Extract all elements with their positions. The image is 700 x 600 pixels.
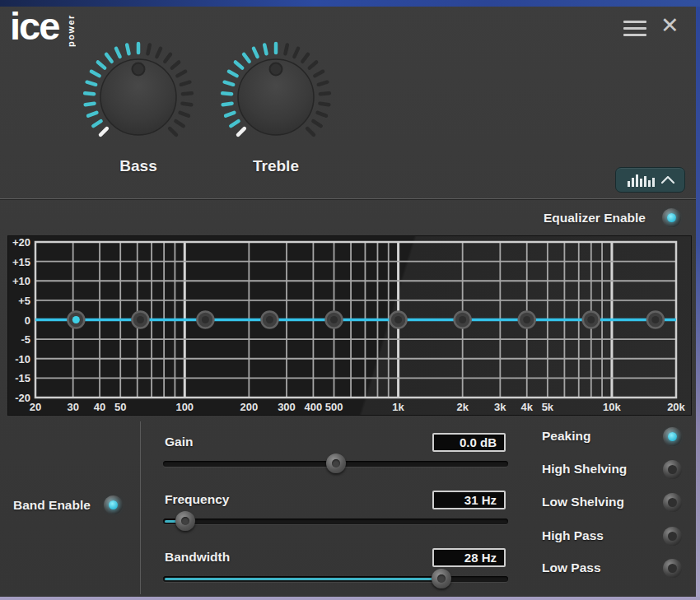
analyzer-panel-button[interactable] [615,167,685,193]
band-enable-toggle[interactable] [104,495,123,514]
eq-graph-canvas: +20+15+10+50-5-10-15-2020304050100200300… [8,236,691,418]
svg-text:500: 500 [325,401,343,413]
bass-knob-label: Bass [77,157,200,175]
svg-text:+20: +20 [12,236,30,249]
filter-high-shelving-radio[interactable] [663,460,682,479]
bandwidth-slider[interactable] [163,576,508,582]
chevron-up-icon [661,176,674,184]
equalizer-enable-label: Equalizer Enable [544,211,646,226]
svg-text:-5: -5 [21,333,30,346]
frequency-slider-thumb[interactable] [175,511,195,531]
filter-low-pass-radio[interactable] [663,559,682,578]
section-divider [140,421,141,594]
svg-text:-20: -20 [15,392,30,404]
svg-text:400: 400 [305,401,323,413]
close-icon[interactable]: ✕ [660,13,679,38]
app-window: ice power ✕ Bass Treble Equalizer Enable [0,0,700,600]
window-right-border [696,7,700,600]
svg-text:50: 50 [114,401,126,413]
gain-slider[interactable] [163,461,508,467]
band-enable-label: Band Enable [13,498,91,513]
section-divider [0,198,700,199]
svg-text:300: 300 [278,401,296,413]
svg-text:4k: 4k [520,401,533,413]
window-title-bar [0,0,700,7]
svg-text:-10: -10 [15,353,30,365]
filter-low-shelving-label: Low Shelving [542,495,624,509]
svg-text:3k: 3k [494,401,506,413]
equalizer-enable-toggle[interactable] [662,208,681,227]
frequency-label: Frequency [165,492,229,507]
svg-text:20k: 20k [667,401,685,413]
svg-text:+5: +5 [18,295,30,307]
svg-text:10k: 10k [603,401,621,413]
svg-text:+10: +10 [12,275,30,287]
svg-text:100: 100 [175,401,194,413]
frequency-slider[interactable] [163,519,508,524]
filter-peaking-radio[interactable] [663,427,682,446]
bandwidth-label: Bandwidth [165,550,230,565]
ice-power-logo-sub: power [66,11,76,47]
svg-text:20: 20 [30,401,41,413]
hamburger-bar [623,21,646,23]
svg-text:30: 30 [67,401,78,413]
window-bottom-border [0,597,700,600]
filter-low-pass-label: Low Pass [542,560,601,575]
svg-text:200: 200 [240,401,258,413]
filter-low-shelving-radio[interactable] [663,493,682,512]
hamburger-bar [623,34,646,36]
gain-label: Gain [165,435,193,449]
eq-response-graph[interactable]: +20+15+10+50-5-10-15-2020304050100200300… [7,235,692,416]
frequency-value: 31 Hz [432,491,506,509]
gain-value: 0.0 dB [432,433,506,452]
hamburger-menu-icon[interactable] [623,21,646,36]
svg-text:1k: 1k [392,401,404,413]
filter-high-pass-radio[interactable] [663,527,682,546]
filter-high-pass-label: High Pass [542,528,604,543]
svg-text:5k: 5k [542,401,554,413]
ice-power-logo: ice [10,3,58,49]
bass-knob[interactable] [77,35,200,159]
bandwidth-value: 28 Hz [432,548,506,567]
equalizer-bars-icon [627,173,655,188]
svg-text:2k: 2k [456,401,469,413]
hamburger-bar [623,27,646,30]
treble-knob-label: Treble [214,157,338,175]
svg-text:0: 0 [25,314,30,327]
filter-peaking-label: Peaking [542,429,590,444]
gain-slider-thumb[interactable] [326,453,346,473]
svg-text:+15: +15 [12,256,30,268]
bandwidth-slider-fill [165,578,443,580]
treble-knob[interactable] [214,35,338,159]
bandwidth-slider-thumb[interactable] [432,569,451,588]
svg-text:-15: -15 [15,372,30,384]
filter-high-shelving-label: High Shelving [542,462,627,477]
svg-text:40: 40 [94,401,105,413]
